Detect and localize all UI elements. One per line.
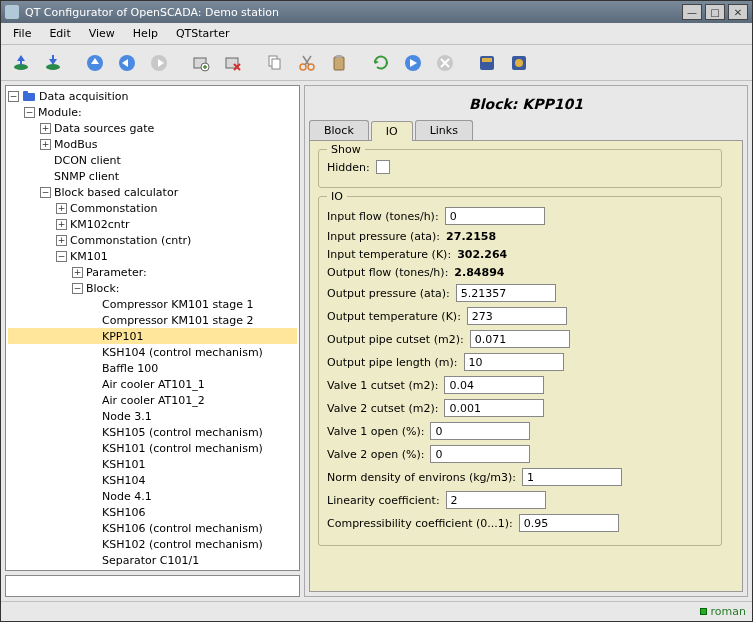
tree-block-item[interactable]: KSH106 (control mechanism) [8,520,297,536]
refresh-icon[interactable] [367,49,395,77]
tab-content[interactable]: Show Hidden: IO Input flow (tones/h):Inp… [309,140,743,592]
nav-up-icon[interactable] [81,49,109,77]
io-label: Output pipe cutset (m2): [327,333,464,346]
window-title: QT Configurator of OpenSCADA: Demo stati… [25,6,279,19]
tree-block-item[interactable]: Compressor KM101 stage 1 [8,296,297,312]
add-item-icon[interactable] [187,49,215,77]
svg-point-19 [515,59,523,67]
db-up-icon[interactable] [7,49,35,77]
tab-links[interactable]: Links [415,120,473,140]
tree-block-item[interactable]: KPP101 [8,328,297,344]
tree-block-item[interactable]: KSH104 [8,472,297,488]
group-io-title: IO [327,190,347,203]
group-show: Show Hidden: [318,149,722,188]
nav-back-icon[interactable] [113,49,141,77]
tree-block-item[interactable]: KSH106 [8,504,297,520]
io-label: Valve 1 cutset (m2): [327,379,438,392]
io-value: 302.264 [457,248,507,261]
io-input[interactable] [430,422,530,440]
tree-block-item[interactable]: KSH102 (control mechanism) [8,536,297,552]
tree-block-item[interactable]: Separator C101/1 [8,552,297,568]
hidden-checkbox[interactable] [376,160,390,174]
titlebar[interactable]: QT Configurator of OpenSCADA: Demo stati… [1,1,752,23]
block-title: Block: KPP101 [309,90,743,118]
io-input[interactable] [519,514,619,532]
io-label: Output flow (tones/h): [327,266,448,279]
copy-icon[interactable] [261,49,289,77]
tree-node[interactable]: +Data sources gate [8,120,297,136]
run-icon[interactable] [399,49,427,77]
menu-qtstarter[interactable]: QTStarter [168,25,238,42]
tree-block-item[interactable]: Baffle 100 [8,360,297,376]
tree-node[interactable]: DCON client [8,152,297,168]
tree-block-item[interactable]: KSH104 (control mechanism) [8,344,297,360]
close-button[interactable]: ✕ [728,4,748,20]
minimize-button[interactable]: — [682,4,702,20]
tab-bar: Block IO Links [309,118,743,140]
tree-module[interactable]: −Module: [8,104,297,120]
tree-node[interactable]: +Commonstation (cntr) [8,232,297,248]
io-input[interactable] [444,376,544,394]
tree-block-item[interactable]: Air cooler AT101_2 [8,392,297,408]
svg-rect-17 [482,58,492,62]
io-input[interactable] [470,330,570,348]
status-user: roman [711,605,746,618]
io-input[interactable] [445,207,545,225]
nav-forward-icon[interactable] [145,49,173,77]
svg-rect-21 [23,91,28,94]
svg-rect-9 [272,59,280,69]
io-label: Norm density of environs (kg/m3): [327,471,516,484]
right-pane: Block: KPP101 Block IO Links Show Hidden… [304,85,748,597]
io-label: Input temperature (K): [327,248,451,261]
db-down-icon[interactable] [39,49,67,77]
io-label: Compressibility coefficient (0...1): [327,517,513,530]
tree-block-item[interactable]: Separator C101/2 [8,568,297,571]
tab-io[interactable]: IO [371,121,413,141]
paste-icon[interactable] [325,49,353,77]
stop-icon[interactable] [431,49,459,77]
tree-parameter[interactable]: +Parameter: [8,264,297,280]
tree-block-item[interactable]: Node 3.1 [8,408,297,424]
tree-block-item[interactable]: KSH105 (control mechanism) [8,424,297,440]
tree-block-item[interactable]: Air cooler AT101_1 [8,376,297,392]
path-input[interactable] [5,575,300,597]
tab-block[interactable]: Block [309,120,369,140]
status-led-icon [700,608,707,615]
tree-node[interactable]: +ModBus [8,136,297,152]
tree-block[interactable]: −Block: [8,280,297,296]
io-input[interactable] [446,491,546,509]
tree-block-item[interactable]: Compressor KM101 stage 2 [8,312,297,328]
tree-node[interactable]: +KM102cntr [8,216,297,232]
io-input[interactable] [467,307,567,325]
io-input[interactable] [522,468,622,486]
maximize-button[interactable]: □ [705,4,725,20]
tree-node-km101[interactable]: −KM101 [8,248,297,264]
menubar: File Edit View Help QTStarter [1,23,752,45]
delete-item-icon[interactable] [219,49,247,77]
io-label: Output pressure (ata): [327,287,450,300]
hidden-label: Hidden: [327,161,370,174]
tree-node-bbc[interactable]: −Block based calculator [8,184,297,200]
io-input[interactable] [456,284,556,302]
tree-node[interactable]: +Commonstation [8,200,297,216]
tree-block-item[interactable]: KSH101 (control mechanism) [8,440,297,456]
tree-root[interactable]: −Data acquisition [8,88,297,104]
tree-view[interactable]: −Data acquisition−Module:+Data sources g… [5,85,300,571]
tree-block-item[interactable]: Node 4.1 [8,488,297,504]
menu-edit[interactable]: Edit [41,25,78,42]
io-input[interactable] [444,399,544,417]
io-label: Valve 1 open (%): [327,425,424,438]
io-input[interactable] [464,353,564,371]
menu-file[interactable]: File [5,25,39,42]
tree-block-item[interactable]: KSH101 [8,456,297,472]
menu-help[interactable]: Help [125,25,166,42]
cut-icon[interactable] [293,49,321,77]
toolbar [1,45,752,81]
app2-icon[interactable] [505,49,533,77]
tree-node[interactable]: SNMP client [8,168,297,184]
menu-view[interactable]: View [81,25,123,42]
main-area: −Data acquisition−Module:+Data sources g… [1,81,752,601]
io-input[interactable] [430,445,530,463]
app1-icon[interactable] [473,49,501,77]
main-window: QT Configurator of OpenSCADA: Demo stati… [0,0,753,622]
